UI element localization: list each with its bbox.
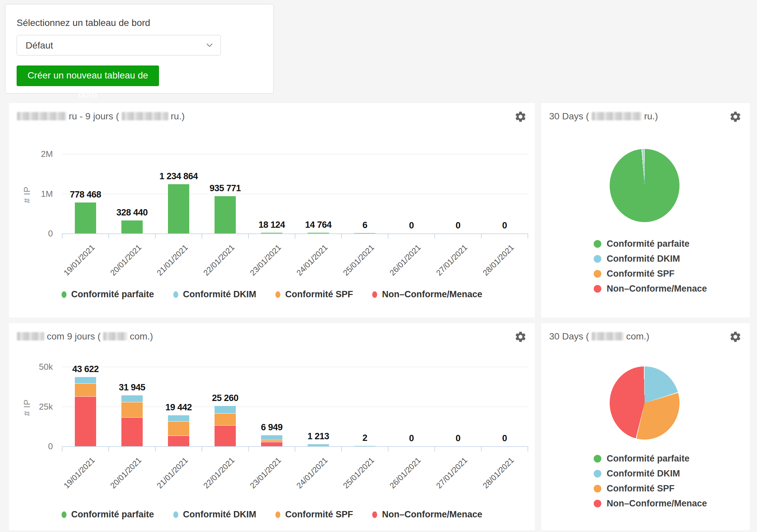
bar-segment-menace xyxy=(215,426,236,446)
bar-value-label: 935 771 xyxy=(192,183,258,194)
legend-item-parfaite[interactable]: Conformité parfaite xyxy=(62,509,154,520)
axis-tick xyxy=(528,233,528,239)
legend-label: Conformité parfaite xyxy=(71,289,154,300)
legend-label: Conformité parfaite xyxy=(607,239,689,249)
settings-gear-icon[interactable] xyxy=(514,331,527,343)
legend-item-dkim[interactable]: Conformité DKIM xyxy=(173,509,256,520)
bar-segment-dkim xyxy=(75,377,96,384)
x-axis-date-label: 23/01/2021 xyxy=(234,456,283,504)
legend-label: Conformité DKIM xyxy=(183,509,256,520)
legend-dot-icon xyxy=(372,511,377,518)
legend-dot-icon xyxy=(594,240,601,248)
legend-item-parfaite[interactable]: Conformité parfaite xyxy=(594,239,707,249)
bar-value-label: 328 440 xyxy=(99,207,165,218)
x-axis-date-label: 24/01/2021 xyxy=(281,456,330,504)
legend-dot-icon xyxy=(372,291,377,298)
axis-tick xyxy=(388,233,388,239)
legend-label: Conformité SPF xyxy=(285,509,353,520)
panel-title: com 9 jours ( com.) xyxy=(17,331,153,342)
bar xyxy=(215,196,236,233)
axis-tick xyxy=(62,446,63,452)
settings-gear-icon[interactable] xyxy=(729,110,742,123)
legend-dot-icon xyxy=(173,511,178,518)
legend-item-parfaite[interactable]: Conformité parfaite xyxy=(594,454,707,464)
legend-dot-icon xyxy=(594,470,601,477)
panel-title-text: com.) xyxy=(130,331,153,341)
x-axis-date-label: 20/01/2021 xyxy=(94,456,143,504)
legend-label: Non–Conforme/Menace xyxy=(607,498,707,509)
bar-segment-parfaite xyxy=(354,233,376,233)
legend-item-parfaite[interactable]: Conformité parfaite xyxy=(62,289,154,300)
legend-label: Conformité parfaite xyxy=(607,454,689,464)
panel-title-text: com 9 jours ( xyxy=(47,331,101,341)
chart-legend: Conformité parfaiteConformité DKIMConfor… xyxy=(594,239,707,294)
bar-chart-panel-com: com 9 jours ( com.) # IP 43 62219/01/202… xyxy=(9,323,535,530)
legend-dot-icon xyxy=(173,291,178,298)
bar-segment-parfaite xyxy=(168,184,189,233)
dashboard-select[interactable]: Défaut xyxy=(17,35,221,56)
bar xyxy=(75,377,96,446)
bar xyxy=(215,406,236,446)
panel-title: ru - 9 jours ( ru.) xyxy=(17,111,185,122)
legend-item-menace[interactable]: Non–Conforme/Menace xyxy=(594,498,707,509)
bar-segment-dkim xyxy=(308,444,329,446)
axis-tick xyxy=(388,446,388,452)
panel-title-text: ru - 9 jours ( xyxy=(69,111,119,121)
bar-value-label: 43 622 xyxy=(52,364,119,374)
legend-item-spf[interactable]: Conformité SPF xyxy=(275,509,353,520)
x-axis-date-label: 27/01/2021 xyxy=(420,243,469,292)
legend-dot-icon xyxy=(594,255,601,263)
legend-item-dkim[interactable]: Conformité DKIM xyxy=(594,468,707,479)
bar-segment-parfaite xyxy=(308,233,329,233)
legend-dot-icon xyxy=(594,455,601,463)
bar-segment-menace xyxy=(121,418,143,446)
y-tick-label: 2M xyxy=(13,149,53,159)
settings-gear-icon[interactable] xyxy=(729,331,742,343)
bar xyxy=(308,444,329,446)
bar xyxy=(308,233,329,233)
bar-segment-spf xyxy=(215,414,236,426)
bar-value-label: 1 234 864 xyxy=(145,171,212,182)
axis-tick xyxy=(295,233,295,239)
bar xyxy=(354,233,376,233)
legend-dot-icon xyxy=(275,291,280,298)
bar-value-label: 19 442 xyxy=(145,402,212,413)
panel-title-text: 30 Days ( xyxy=(549,111,589,121)
create-dashboard-button[interactable]: Créer un nouveau tableau de bord xyxy=(17,66,159,86)
axis-tick xyxy=(108,446,109,452)
legend-item-menace[interactable]: Non–Conforme/Menace xyxy=(372,509,482,520)
dashboard-page: { "dashboard_selector": { "label": "Séle… xyxy=(0,0,757,532)
legend-label: Conformité SPF xyxy=(607,269,675,279)
bar xyxy=(168,184,189,233)
axis-tick xyxy=(155,446,156,452)
axis-tick xyxy=(434,446,435,452)
dashboard-selector-label: Sélectionnez un tableau de bord xyxy=(17,18,150,28)
gridline xyxy=(62,194,528,194)
legend-item-spf[interactable]: Conformité SPF xyxy=(594,269,707,279)
legend-dot-icon xyxy=(594,500,601,507)
legend-item-spf[interactable]: Conformité SPF xyxy=(594,483,707,494)
axis-tick xyxy=(155,233,156,239)
redacted-domain xyxy=(122,112,168,120)
bar-value-label: 31 945 xyxy=(99,382,165,393)
x-axis-date-label: 26/01/2021 xyxy=(374,243,423,292)
legend-item-spf[interactable]: Conformité SPF xyxy=(275,289,353,300)
axis-tick xyxy=(481,446,482,452)
legend-label: Conformité parfaite xyxy=(71,509,154,520)
panel-title: 30 Days ( ru.) xyxy=(549,111,658,122)
bar-plot-area: 778 46819/01/2021328 44020/01/20211 234 … xyxy=(62,154,528,233)
legend-item-menace[interactable]: Non–Conforme/Menace xyxy=(372,289,482,300)
x-axis-date-label: 23/01/2021 xyxy=(234,243,283,292)
legend-item-dkim[interactable]: Conformité DKIM xyxy=(594,254,707,264)
legend-dot-icon xyxy=(594,270,601,278)
axis-tick xyxy=(62,233,63,239)
settings-gear-icon[interactable] xyxy=(514,110,527,123)
legend-item-menace[interactable]: Non–Conforme/Menace xyxy=(594,284,707,294)
bar-segment-parfaite xyxy=(215,196,236,233)
x-axis-date-label: 28/01/2021 xyxy=(467,243,516,292)
x-axis-date-label: 21/01/2021 xyxy=(141,243,190,292)
x-axis-date-label: 21/01/2021 xyxy=(141,456,190,504)
bar-segment-dkim xyxy=(354,446,376,446)
legend-item-dkim[interactable]: Conformité DKIM xyxy=(173,289,256,300)
x-axis-date-label: 24/01/2021 xyxy=(281,243,330,292)
